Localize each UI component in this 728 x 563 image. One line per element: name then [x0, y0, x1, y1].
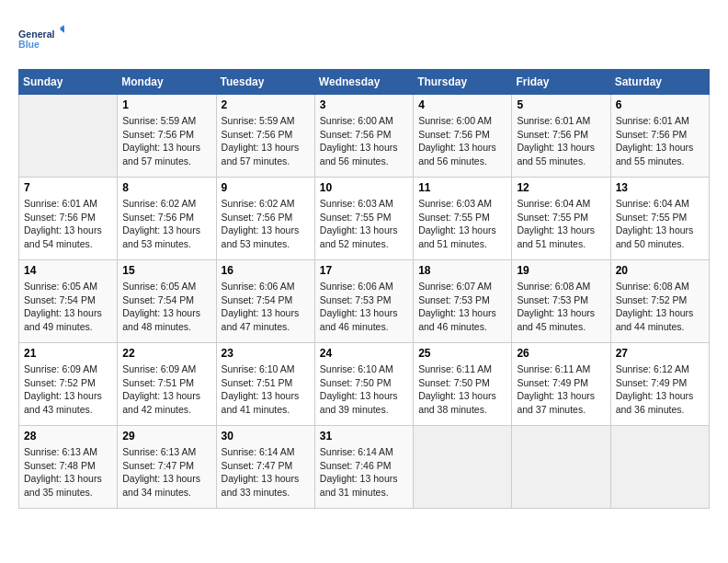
column-header-friday: Friday [512, 70, 610, 95]
day-number: 1 [122, 98, 210, 111]
day-info: Sunrise: 6:04 AM Sunset: 7:55 PM Dayligh… [517, 197, 605, 251]
calendar-cell: 4Sunrise: 6:00 AM Sunset: 7:56 PM Daylig… [414, 95, 512, 178]
calendar-cell: 15Sunrise: 6:05 AM Sunset: 7:54 PM Dayli… [118, 260, 216, 343]
day-info: Sunrise: 6:06 AM Sunset: 7:53 PM Dayligh… [320, 280, 408, 334]
calendar-cell: 28Sunrise: 6:13 AM Sunset: 7:48 PM Dayli… [19, 426, 118, 509]
calendar-cell: 5Sunrise: 6:01 AM Sunset: 7:56 PM Daylig… [512, 95, 610, 178]
day-number: 6 [616, 98, 704, 111]
column-header-saturday: Saturday [610, 70, 709, 95]
day-number: 22 [122, 347, 210, 360]
day-info: Sunrise: 6:03 AM Sunset: 7:55 PM Dayligh… [418, 197, 506, 251]
day-info: Sunrise: 6:14 AM Sunset: 7:46 PM Dayligh… [320, 445, 408, 500]
column-header-tuesday: Tuesday [216, 70, 314, 95]
day-info: Sunrise: 6:02 AM Sunset: 7:56 PM Dayligh… [122, 197, 210, 251]
day-info: Sunrise: 6:08 AM Sunset: 7:53 PM Dayligh… [517, 280, 605, 334]
calendar-cell: 12Sunrise: 6:04 AM Sunset: 7:55 PM Dayli… [512, 178, 610, 260]
calendar-cell: 13Sunrise: 6:04 AM Sunset: 7:55 PM Dayli… [610, 178, 709, 260]
day-info: Sunrise: 6:01 AM Sunset: 7:56 PM Dayligh… [24, 197, 112, 251]
day-info: Sunrise: 6:10 AM Sunset: 7:50 PM Dayligh… [320, 362, 408, 417]
day-number: 12 [517, 181, 605, 194]
logo: General Blue [18, 18, 64, 60]
day-number: 5 [517, 98, 605, 111]
calendar-cell: 30Sunrise: 6:14 AM Sunset: 7:47 PM Dayli… [216, 426, 314, 509]
page-header: General Blue [18, 18, 710, 60]
day-number: 31 [320, 430, 408, 442]
calendar-cell: 27Sunrise: 6:12 AM Sunset: 7:49 PM Dayli… [610, 343, 709, 426]
calendar-cell: 9Sunrise: 6:02 AM Sunset: 7:56 PM Daylig… [216, 178, 314, 260]
day-number: 14 [24, 264, 112, 277]
calendar-cell: 10Sunrise: 6:03 AM Sunset: 7:55 PM Dayli… [314, 178, 413, 260]
calendar-cell: 2Sunrise: 5:59 AM Sunset: 7:56 PM Daylig… [216, 95, 314, 178]
day-number: 8 [122, 181, 210, 194]
week-row-4: 21Sunrise: 6:09 AM Sunset: 7:52 PM Dayli… [19, 343, 710, 426]
week-row-1: 1Sunrise: 5:59 AM Sunset: 7:56 PM Daylig… [19, 95, 710, 178]
header-row: SundayMondayTuesdayWednesdayThursdayFrid… [19, 70, 710, 95]
calendar-cell: 25Sunrise: 6:11 AM Sunset: 7:50 PM Dayli… [414, 343, 512, 426]
calendar-cell: 20Sunrise: 6:08 AM Sunset: 7:52 PM Dayli… [610, 260, 709, 343]
calendar-cell: 23Sunrise: 6:10 AM Sunset: 7:51 PM Dayli… [216, 343, 314, 426]
day-info: Sunrise: 6:02 AM Sunset: 7:56 PM Dayligh… [222, 197, 310, 251]
calendar-cell: 8Sunrise: 6:02 AM Sunset: 7:56 PM Daylig… [118, 178, 216, 260]
day-number: 13 [616, 181, 704, 194]
column-header-wednesday: Wednesday [314, 70, 413, 95]
day-info: Sunrise: 6:01 AM Sunset: 7:56 PM Dayligh… [616, 114, 704, 168]
day-info: Sunrise: 5:59 AM Sunset: 7:56 PM Dayligh… [122, 114, 210, 168]
day-number: 18 [418, 264, 506, 277]
day-number: 11 [418, 181, 506, 194]
day-info: Sunrise: 6:04 AM Sunset: 7:55 PM Dayligh… [616, 197, 704, 251]
day-number: 25 [418, 347, 506, 360]
day-number: 29 [122, 430, 210, 442]
calendar-cell: 17Sunrise: 6:06 AM Sunset: 7:53 PM Dayli… [314, 260, 413, 343]
calendar-cell [414, 426, 512, 509]
calendar-cell: 1Sunrise: 5:59 AM Sunset: 7:56 PM Daylig… [118, 95, 216, 178]
day-number: 17 [320, 264, 408, 277]
calendar-cell: 22Sunrise: 6:09 AM Sunset: 7:51 PM Dayli… [118, 343, 216, 426]
calendar-cell: 18Sunrise: 6:07 AM Sunset: 7:53 PM Dayli… [414, 260, 512, 343]
calendar-cell [19, 95, 118, 178]
calendar-cell: 19Sunrise: 6:08 AM Sunset: 7:53 PM Dayli… [512, 260, 610, 343]
day-number: 21 [24, 347, 112, 360]
week-row-5: 28Sunrise: 6:13 AM Sunset: 7:48 PM Dayli… [19, 426, 710, 509]
day-info: Sunrise: 5:59 AM Sunset: 7:56 PM Dayligh… [222, 114, 310, 168]
day-info: Sunrise: 6:14 AM Sunset: 7:47 PM Dayligh… [222, 445, 310, 500]
day-number: 7 [24, 181, 112, 194]
calendar-cell: 16Sunrise: 6:06 AM Sunset: 7:54 PM Dayli… [216, 260, 314, 343]
day-number: 16 [222, 264, 310, 277]
day-number: 3 [320, 98, 408, 111]
day-info: Sunrise: 6:00 AM Sunset: 7:56 PM Dayligh… [418, 114, 506, 168]
calendar-cell: 31Sunrise: 6:14 AM Sunset: 7:46 PM Dayli… [314, 426, 413, 509]
calendar-cell: 6Sunrise: 6:01 AM Sunset: 7:56 PM Daylig… [610, 95, 709, 178]
day-info: Sunrise: 6:03 AM Sunset: 7:55 PM Dayligh… [320, 197, 408, 251]
day-info: Sunrise: 6:00 AM Sunset: 7:56 PM Dayligh… [320, 114, 408, 168]
calendar-cell: 11Sunrise: 6:03 AM Sunset: 7:55 PM Dayli… [414, 178, 512, 260]
calendar-cell: 7Sunrise: 6:01 AM Sunset: 7:56 PM Daylig… [19, 178, 118, 260]
calendar-cell: 3Sunrise: 6:00 AM Sunset: 7:56 PM Daylig… [314, 95, 413, 178]
day-info: Sunrise: 6:09 AM Sunset: 7:51 PM Dayligh… [122, 362, 210, 417]
column-header-monday: Monday [118, 70, 216, 95]
day-info: Sunrise: 6:13 AM Sunset: 7:47 PM Dayligh… [122, 445, 210, 500]
calendar-cell: 26Sunrise: 6:11 AM Sunset: 7:49 PM Dayli… [512, 343, 610, 426]
day-number: 23 [222, 347, 310, 360]
day-number: 4 [418, 98, 506, 111]
column-header-thursday: Thursday [414, 70, 512, 95]
week-row-3: 14Sunrise: 6:05 AM Sunset: 7:54 PM Dayli… [19, 260, 710, 343]
calendar-cell [610, 426, 709, 509]
day-number: 2 [222, 98, 310, 111]
logo-svg: General Blue [18, 18, 64, 60]
day-info: Sunrise: 6:01 AM Sunset: 7:56 PM Dayligh… [517, 114, 605, 168]
calendar-cell [512, 426, 610, 509]
calendar-cell: 21Sunrise: 6:09 AM Sunset: 7:52 PM Dayli… [19, 343, 118, 426]
calendar-table: SundayMondayTuesdayWednesdayThursdayFrid… [18, 69, 710, 509]
calendar-cell: 14Sunrise: 6:05 AM Sunset: 7:54 PM Dayli… [19, 260, 118, 343]
svg-text:Blue: Blue [18, 39, 40, 50]
svg-text:General: General [18, 29, 55, 40]
day-number: 24 [320, 347, 408, 360]
column-header-sunday: Sunday [19, 70, 118, 95]
day-number: 20 [616, 264, 704, 277]
calendar-cell: 29Sunrise: 6:13 AM Sunset: 7:47 PM Dayli… [118, 426, 216, 509]
week-row-2: 7Sunrise: 6:01 AM Sunset: 7:56 PM Daylig… [19, 178, 710, 260]
day-info: Sunrise: 6:05 AM Sunset: 7:54 PM Dayligh… [122, 280, 210, 334]
day-info: Sunrise: 6:11 AM Sunset: 7:50 PM Dayligh… [418, 362, 506, 417]
day-number: 19 [517, 264, 605, 277]
day-number: 27 [616, 347, 704, 360]
